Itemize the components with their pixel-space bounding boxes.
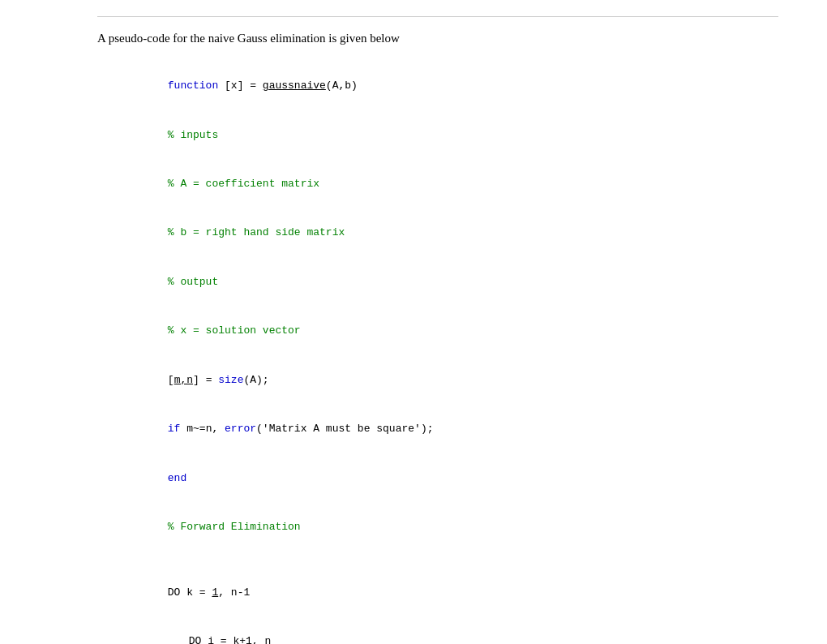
code-line-11: DO k = 1, n-1 <box>130 568 778 616</box>
code-line-5: % output <box>130 258 778 307</box>
top-separator <box>97 16 778 17</box>
code-line-7: [m,n] = size(A); <box>130 356 778 405</box>
code-keyword-function: function <box>168 79 218 92</box>
code-line-2: % inputs <box>130 110 778 159</box>
page-container: A pseudo-code for the naive Gauss elimin… <box>97 16 778 644</box>
code-line-12: DO i = k+1, n <box>130 617 778 644</box>
code-line-9: end <box>130 453 778 502</box>
page-title: A pseudo-code for the naive Gauss elimin… <box>97 32 778 45</box>
code-line-4: % b = right hand side matrix <box>130 208 778 257</box>
code-line-6: % x = solution vector <box>130 307 778 355</box>
code-blank-1 <box>130 552 778 568</box>
code-line-1: function [x] = gaussnaive(A,b) <box>130 62 778 110</box>
code-func-name: gaussnaive <box>263 79 326 92</box>
code-line-3: % A = coefficient matrix <box>130 160 778 208</box>
code-line-10: % Forward Elimination <box>130 503 778 552</box>
code-line-8: if m~=n, error('Matrix A must be square'… <box>130 405 778 453</box>
code-block: function [x] = gaussnaive(A,b) % inputs … <box>97 62 778 644</box>
